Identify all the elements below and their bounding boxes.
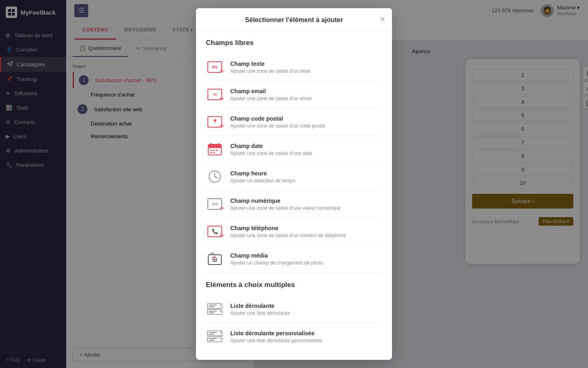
dropdown-custom-field-name: Liste déroulante personnalisée (230, 330, 382, 337)
field-item-liste-deroulante-perso[interactable]: Liste déroulante personnalisée Ajouter u… (206, 323, 382, 350)
media-field-name: Champ média (230, 252, 382, 259)
field-item-champ-media[interactable]: Champ média Ajouter un champ de chargeme… (206, 245, 382, 273)
svg-rect-11 (210, 152, 212, 153)
svg-marker-30 (220, 332, 221, 334)
email-field-name: Champ email (230, 88, 382, 94)
heure-field-icon (206, 169, 224, 184)
numeric-field-info: Champ numérique Ajouter une zone de sais… (230, 197, 382, 211)
postal-field-icon: 📍 ✏ (206, 114, 224, 130)
modal-overlay: Sélectionner l'élément à ajouter ✕ Champ… (0, 0, 588, 368)
telephone-field-desc: Ajouter une zone de saisie d'un numéro d… (230, 233, 382, 238)
section-choix-multiples-title: Eléments à choix multiples (206, 281, 382, 289)
svg-point-18 (214, 259, 216, 260)
add-element-modal: Sélectionner l'élément à ajouter ✕ Champ… (196, 8, 392, 360)
svg-rect-21 (209, 306, 214, 307)
dropdown-field-icon (206, 301, 224, 317)
email-field-desc: Ajouter une zone de saisie d'un email (230, 96, 382, 101)
numeric-field-icon: 123 ✏ (206, 196, 224, 212)
modal-header: Sélectionner l'élément à ajouter ✕ (196, 8, 392, 31)
date-field-icon (206, 141, 224, 157)
svg-rect-33 (209, 340, 214, 341)
svg-rect-28 (209, 332, 217, 333)
media-field-info: Champ média Ajouter un champ de chargeme… (230, 252, 382, 266)
modal-title: Sélectionner l'élément à ajouter (245, 16, 343, 23)
email-field-info: Champ email Ajouter une zone de saisie d… (230, 88, 382, 101)
field-item-code-postal[interactable]: 📍 ✏ Champ code postal Ajouter une zone d… (206, 108, 382, 136)
media-field-icon (206, 251, 224, 267)
svg-rect-20 (209, 305, 217, 305)
svg-marker-22 (220, 305, 221, 306)
svg-rect-7 (218, 143, 219, 146)
text-field-info: Champ texte Ajouter une zone de saisie d… (230, 61, 382, 74)
postal-field-desc: Ajouter une zone de saisie d'un code pos… (230, 123, 382, 129)
field-item-champ-texte[interactable]: Bla ✏ Champ texte Ajouter une zone de sa… (206, 54, 382, 81)
text-field-desc: Ajouter une zone de saisie d'un texte (230, 68, 382, 74)
svg-rect-27 (207, 331, 222, 336)
dropdown-field-info: Liste déroulante Ajouter une liste dérou… (230, 303, 382, 316)
svg-marker-26 (220, 311, 221, 312)
dropdown-custom-field-icon (206, 329, 224, 344)
svg-rect-9 (213, 150, 215, 151)
svg-rect-6 (210, 143, 212, 146)
svg-rect-24 (209, 311, 217, 312)
svg-rect-12 (213, 152, 215, 153)
field-item-champ-telephone[interactable]: 📞 ✏ Champ téléphone Ajouter une zone de … (206, 218, 382, 245)
telephone-field-name: Champ téléphone (230, 225, 382, 231)
text-field-name: Champ texte (230, 61, 382, 67)
dropdown-custom-field-info: Liste déroulante personnalisée Ajouter u… (230, 330, 382, 343)
field-item-liste-deroulante[interactable]: Liste déroulante Ajouter une liste dérou… (206, 296, 382, 323)
numeric-field-desc: Ajouter une zone de saisie d'une valeur … (230, 205, 382, 211)
numeric-field-name: Champ numérique (230, 197, 382, 204)
modal-close-button[interactable]: ✕ (379, 15, 385, 24)
svg-rect-25 (209, 312, 214, 313)
dropdown-field-name: Liste déroulante (230, 303, 382, 309)
dropdown-custom-field-desc: Ajouter une liste déroulante personnalis… (230, 338, 382, 343)
svg-rect-31 (207, 337, 222, 342)
field-item-champ-email[interactable]: ✉ ✏ Champ email Ajouter une zone de sais… (206, 81, 382, 108)
postal-field-info: Champ code postal Ajouter une zone de sa… (230, 115, 382, 129)
svg-rect-32 (209, 338, 217, 339)
date-field-info: Champ date Ajouter une zone de saisie d'… (230, 143, 382, 156)
telephone-field-info: Champ téléphone Ajouter une zone de sais… (230, 225, 382, 238)
telephone-field-icon: 📞 ✏ (206, 224, 224, 239)
svg-rect-19 (207, 303, 222, 308)
media-field-desc: Ajouter un champ de chargement de photo (230, 260, 382, 266)
field-item-champ-numerique[interactable]: 123 ✏ Champ numérique Ajouter une zone d… (206, 191, 382, 218)
svg-rect-29 (209, 334, 214, 334)
section-champs-libres-title: Champs libres (206, 39, 382, 47)
text-field-icon: Bla ✏ (206, 59, 224, 75)
heure-field-desc: Ajouter un sélecteur de temps (230, 178, 382, 184)
svg-rect-8 (210, 150, 212, 151)
field-item-champ-date[interactable]: Champ date Ajouter une zone de saisie d'… (206, 136, 382, 163)
date-field-name: Champ date (230, 143, 382, 149)
dropdown-field-desc: Ajouter une liste déroulante (230, 310, 382, 316)
svg-rect-23 (207, 310, 222, 314)
postal-field-name: Champ code postal (230, 115, 382, 122)
heure-field-name: Champ heure (230, 170, 382, 177)
email-field-icon: ✉ ✏ (206, 87, 224, 102)
svg-rect-10 (216, 150, 218, 151)
svg-line-15 (215, 177, 218, 178)
date-field-desc: Ajouter une zone de saisie d'une date (230, 150, 382, 156)
field-item-champ-heure[interactable]: Champ heure Ajouter un sélecteur de temp… (206, 163, 382, 191)
svg-rect-5 (208, 144, 221, 148)
heure-field-info: Champ heure Ajouter un sélecteur de temp… (230, 170, 382, 184)
svg-marker-34 (220, 338, 221, 340)
modal-body: Champs libres Bla ✏ Champ texte Ajouter … (196, 31, 392, 360)
